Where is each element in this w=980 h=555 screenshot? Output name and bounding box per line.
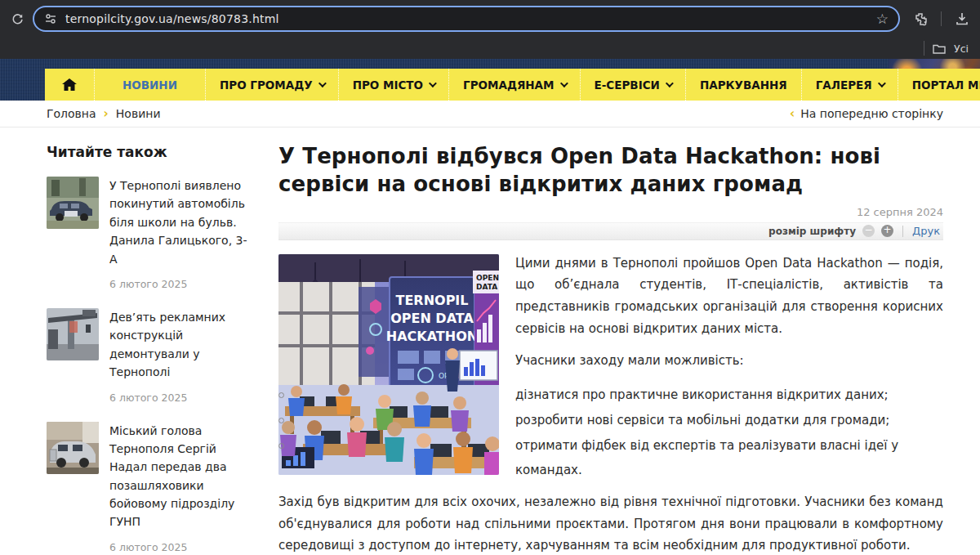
toolbar-divider	[941, 11, 942, 26]
main-navigation: НОВИНИ ПРО ГРОМАДУ ПРО МІСТО ГРОМАДЯНАМ …	[45, 69, 980, 101]
back-link-label: На попередню сторінку	[800, 107, 943, 120]
nav-e-services[interactable]: Е-СЕРВІСИ	[580, 69, 685, 101]
bullet-item: розробити нові сервіси та мобільні додат…	[278, 408, 943, 433]
news-item-title[interactable]: У Тернополі виявлено покинутий автомобіл…	[109, 177, 250, 268]
toolbar-separator	[902, 226, 903, 237]
news-item-title[interactable]: Міський голова Тернополя Сергій Надал пе…	[109, 422, 250, 531]
site-settings-icon[interactable]	[44, 13, 57, 25]
chevron-down-icon	[878, 79, 886, 87]
page-title: У Тернополі відбувся Open Data Hackathon…	[278, 142, 943, 199]
url-text[interactable]: ternopilcity.gov.ua/news/80783.html	[65, 12, 876, 25]
site-header-band: НОВИНИ ПРО ГРОМАДУ ПРО МІСТО ГРОМАДЯНАМ …	[0, 59, 980, 101]
sidebar: Читайте також У Тернополі виявлено покин…	[47, 142, 250, 555]
reload-icon[interactable]	[8, 10, 26, 28]
nav-pro-hromadu[interactable]: ПРО ГРОМАДУ	[205, 69, 338, 101]
home-icon	[61, 78, 78, 92]
browser-toolbar: ternopilcity.gov.ua/news/80783.html ☆	[0, 0, 980, 38]
image-text-open-data: OPEN DATA	[390, 311, 474, 326]
nav-pro-misto[interactable]: ПРО МІСТО	[338, 69, 448, 101]
bookmarks-folder-icon[interactable]	[933, 43, 946, 54]
nav-gallery-label: ГАЛЕРЕЯ	[816, 78, 872, 92]
news-thumbnail-suv	[47, 422, 99, 474]
news-thumbnail-billboard-crane	[47, 308, 99, 360]
breadcrumb-row: Головна › Новини ‹ На попередню сторінку	[0, 101, 980, 128]
image-corner-data: DATA	[476, 283, 497, 291]
all-bookmarks-label[interactable]: Усі	[954, 43, 969, 55]
font-increase-button[interactable]: +	[881, 225, 893, 237]
nav-home[interactable]	[45, 69, 94, 101]
nav-pro-hromadu-label: ПРО ГРОМАДУ	[220, 78, 313, 92]
news-thumbnail-abandoned-car	[47, 177, 99, 229]
bookmark-star-icon[interactable]: ☆	[876, 11, 889, 27]
news-item-date: 6 лютого 2025	[109, 278, 250, 290]
list-item[interactable]: Міський голова Тернополя Сергій Надал пе…	[47, 422, 250, 553]
nav-resident-portal-label: ПОРТАЛ МЕШКАНЦЯ	[912, 78, 980, 92]
breadcrumb-current: Новини	[116, 107, 161, 120]
bookmarks-divider	[924, 41, 924, 56]
font-decrease-button[interactable]: −	[862, 225, 875, 237]
article: У Тернополі відбувся Open Data Hackathon…	[278, 142, 943, 555]
chevron-left-icon: ‹	[790, 106, 795, 121]
url-bar[interactable]: ternopilcity.gov.ua/news/80783.html ☆	[33, 6, 900, 32]
nav-e-services-label: Е-СЕРВІСИ	[595, 78, 660, 92]
print-link[interactable]: Друк	[912, 225, 940, 237]
image-text-hackathon: HACKATHON	[386, 329, 478, 344]
bullet-item: отримати фідбек від експертів та реалізу…	[278, 433, 943, 484]
article-date: 12 серпня 2024	[278, 206, 943, 218]
read-also-heading: Читайте також	[47, 144, 250, 160]
chevron-down-icon	[318, 79, 327, 87]
breadcrumb: Головна › Новини	[47, 106, 161, 121]
bullet-item: дізнатися про практичне використання від…	[278, 383, 943, 408]
back-to-previous-link[interactable]: ‹ На попередню сторінку	[790, 106, 943, 121]
news-item-date: 6 лютого 2025	[109, 392, 250, 404]
nav-parking-label: ПАРКУВАННЯ	[700, 78, 787, 92]
nav-resident-portal[interactable]: ПОРТАЛ МЕШКАНЦЯ	[898, 69, 980, 101]
news-item-date: 6 лютого 2025	[109, 541, 250, 553]
bookmarks-bar: Усі	[0, 38, 980, 59]
article-toolbar: розмір шрифту − + Друк	[278, 222, 943, 240]
breadcrumb-home[interactable]: Головна	[47, 107, 96, 120]
chevron-down-icon	[666, 79, 674, 87]
chevron-down-icon	[429, 79, 437, 87]
list-item[interactable]: У Тернополі виявлено покинутий автомобіл…	[47, 177, 250, 290]
image-text-ternopil: TERNOPIL	[395, 293, 468, 308]
breadcrumb-chevron-icon: ›	[104, 106, 109, 121]
nav-news-label: НОВИНИ	[122, 78, 177, 92]
nav-hromadianam-label: ГРОМАДЯНАМ	[463, 78, 554, 92]
nav-news[interactable]: НОВИНИ	[94, 69, 205, 101]
downloads-icon[interactable]	[953, 10, 971, 28]
article-bullet-list: дізнатися про практичне використання від…	[278, 383, 943, 483]
browser-chrome: ternopilcity.gov.ua/news/80783.html ☆ Ус…	[0, 0, 980, 59]
chevron-down-icon	[559, 79, 568, 87]
extensions-icon[interactable]	[911, 10, 929, 28]
article-body: TERNOPIL OPEN DATA HACKATHON OPEN DATA O…	[278, 253, 943, 555]
article-paragraph-3: Захід був відкритим для всіх охочих, нез…	[278, 491, 943, 555]
list-item[interactable]: Дев’ять рекламних конструкцій демонтувал…	[47, 308, 250, 404]
nav-parking[interactable]: ПАРКУВАННЯ	[685, 69, 801, 101]
news-item-title[interactable]: Дев’ять рекламних конструкцій демонтувал…	[109, 308, 250, 382]
nav-gallery[interactable]: ГАЛЕРЕЯ	[801, 69, 898, 101]
image-corner-open: OPEN	[476, 274, 499, 282]
font-size-label: розмір шрифту	[768, 226, 856, 237]
nav-hromadianam[interactable]: ГРОМАДЯНАМ	[448, 69, 579, 101]
nav-pro-misto-label: ПРО МІСТО	[353, 78, 423, 92]
